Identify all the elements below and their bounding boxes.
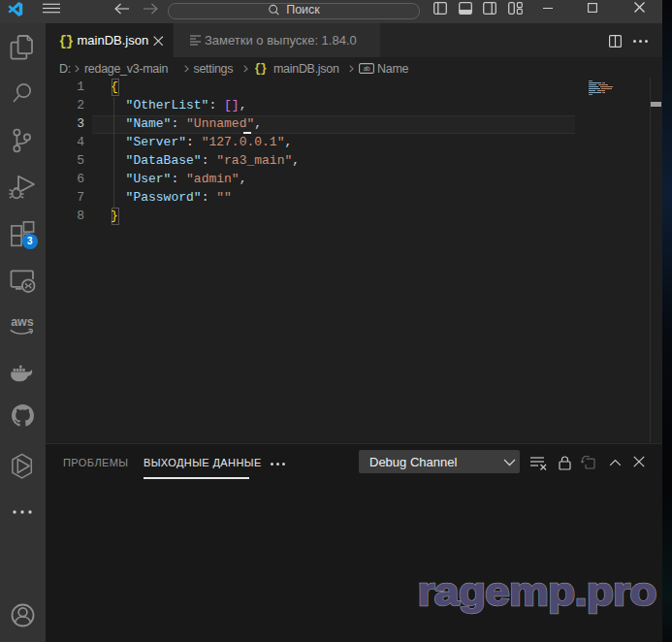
svg-text:ab: ab [364, 65, 370, 72]
svg-text:ragemp.pro: ragemp.pro [418, 570, 656, 614]
